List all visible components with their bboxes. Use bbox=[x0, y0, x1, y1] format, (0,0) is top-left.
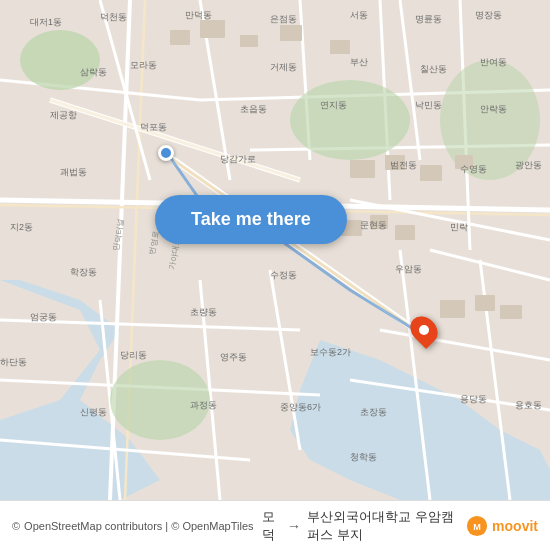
copyright-symbol: © bbox=[12, 520, 20, 532]
svg-text:거제동: 거제동 bbox=[270, 62, 297, 72]
bottom-bar: © OpenStreetMap contributors | © OpenMap… bbox=[0, 500, 550, 550]
svg-text:보수동2가: 보수동2가 bbox=[310, 347, 351, 357]
svg-text:수정동: 수정동 bbox=[270, 270, 297, 280]
svg-text:신평동: 신평동 bbox=[80, 407, 107, 417]
moovit-logo: M moovit bbox=[466, 515, 538, 537]
route-destination: 부산외국어대학교 우암캠퍼스 부지 bbox=[307, 508, 458, 544]
svg-text:서동: 서동 bbox=[350, 10, 368, 20]
svg-text:초장동: 초장동 bbox=[360, 407, 387, 417]
svg-text:문현동: 문현동 bbox=[360, 220, 387, 230]
map-background: 대저1동 덕천동 만덕동 은점동 서동 명륜동 명장동 삼락동 모라동 거제동 … bbox=[0, 0, 550, 500]
copyright-text: © OpenStreetMap contributors | © OpenMap… bbox=[12, 520, 254, 532]
svg-text:반여동: 반여동 bbox=[480, 57, 507, 67]
svg-text:명장동: 명장동 bbox=[475, 10, 502, 20]
svg-text:용호동: 용호동 bbox=[515, 400, 542, 410]
moovit-wordmark: moovit bbox=[492, 518, 538, 534]
svg-text:초량동: 초량동 bbox=[190, 307, 217, 317]
svg-rect-41 bbox=[330, 40, 350, 54]
origin-marker bbox=[158, 145, 174, 161]
svg-point-33 bbox=[20, 30, 100, 90]
svg-text:낙민동: 낙민동 bbox=[415, 100, 442, 110]
svg-text:우암동: 우암동 bbox=[395, 264, 422, 274]
svg-text:초읍동: 초읍동 bbox=[240, 104, 267, 114]
svg-text:엄궁동: 엄궁동 bbox=[30, 312, 57, 322]
svg-text:은점동: 은점동 bbox=[270, 14, 297, 24]
moovit-icon: M bbox=[466, 515, 488, 537]
svg-text:당리동: 당리동 bbox=[120, 350, 147, 360]
svg-text:만덕동: 만덕동 bbox=[185, 10, 212, 20]
svg-text:부산: 부산 bbox=[350, 57, 368, 67]
svg-text:M: M bbox=[473, 521, 481, 531]
take-me-there-button[interactable]: Take me there bbox=[155, 195, 347, 244]
svg-text:청학동: 청학동 bbox=[350, 452, 377, 462]
svg-text:수영동: 수영동 bbox=[460, 164, 487, 174]
map-container: 대저1동 덕천동 만덕동 은점동 서동 명륜동 명장동 삼락동 모라동 거제동 … bbox=[0, 0, 550, 500]
svg-text:명륜동: 명륜동 bbox=[415, 14, 442, 24]
svg-text:하단동: 하단동 bbox=[0, 357, 27, 367]
svg-text:괘법동: 괘법동 bbox=[60, 167, 87, 177]
svg-text:덕천동: 덕천동 bbox=[100, 12, 127, 22]
svg-text:민락: 민락 bbox=[450, 222, 468, 232]
svg-text:범전동: 범전동 bbox=[390, 160, 417, 170]
svg-rect-38 bbox=[200, 20, 225, 38]
svg-text:덕포동: 덕포동 bbox=[140, 122, 167, 132]
svg-text:연지동: 연지동 bbox=[320, 100, 347, 110]
svg-text:영주동: 영주동 bbox=[220, 352, 247, 362]
svg-text:당감가로: 당감가로 bbox=[220, 154, 256, 164]
svg-text:과정동: 과정동 bbox=[190, 400, 217, 410]
route-info: 모덕 → 부산외국어대학교 우암캠퍼스 부지 bbox=[262, 508, 459, 544]
svg-text:중앙동6가: 중앙동6가 bbox=[280, 402, 321, 412]
svg-text:안락동: 안락동 bbox=[480, 104, 507, 114]
svg-rect-40 bbox=[280, 25, 302, 41]
svg-text:학장동: 학장동 bbox=[70, 267, 97, 277]
svg-rect-49 bbox=[440, 300, 465, 318]
svg-rect-44 bbox=[420, 165, 442, 181]
svg-text:모라동: 모라동 bbox=[130, 60, 157, 70]
route-arrow: → bbox=[287, 518, 301, 534]
svg-rect-42 bbox=[350, 160, 375, 178]
svg-text:삼락동: 삼락동 bbox=[80, 67, 107, 77]
svg-rect-48 bbox=[395, 225, 415, 240]
route-origin: 모덕 bbox=[262, 508, 281, 544]
svg-point-34 bbox=[290, 80, 410, 160]
svg-text:광안동: 광안동 bbox=[515, 160, 542, 170]
svg-rect-37 bbox=[170, 30, 190, 45]
openstreetmap-label: OpenStreetMap contributors | © OpenMapTi… bbox=[24, 520, 253, 532]
svg-rect-50 bbox=[475, 295, 495, 311]
svg-text:지2동: 지2동 bbox=[10, 222, 33, 232]
svg-text:제공항: 제공항 bbox=[50, 110, 77, 120]
svg-text:칠산동: 칠산동 bbox=[420, 64, 447, 74]
svg-rect-39 bbox=[240, 35, 258, 47]
svg-text:대저1동: 대저1동 bbox=[30, 17, 62, 27]
svg-rect-51 bbox=[500, 305, 522, 319]
svg-text:용당동: 용당동 bbox=[460, 394, 487, 404]
destination-marker bbox=[412, 315, 436, 345]
